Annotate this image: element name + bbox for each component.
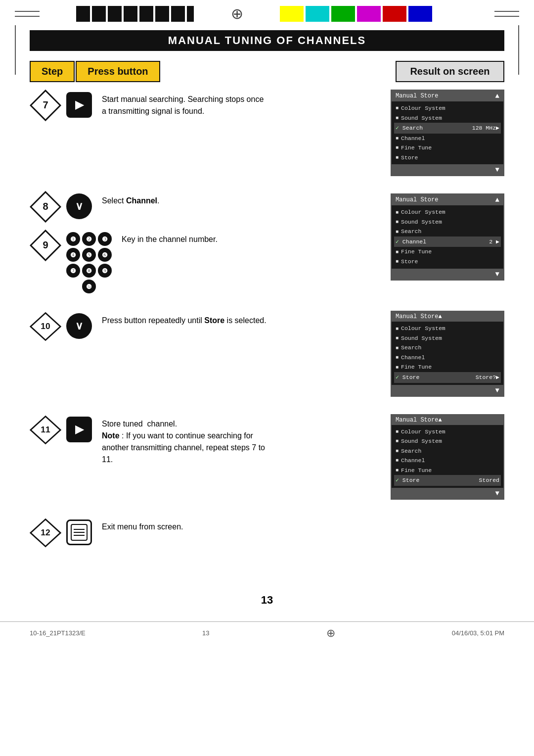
numpad-3[interactable]: ❸ — [98, 232, 112, 246]
step-11-number: 11 — [30, 414, 61, 446]
black-bar — [187, 6, 194, 22]
black-bar — [139, 6, 153, 22]
footer-left: 10-16_21PT1323/E — [30, 629, 86, 637]
screen-89-title: Manual Store — [396, 196, 438, 203]
step-89-screen: Manual Store ▲ ■ Colour System ■ Sound S… — [391, 193, 504, 280]
step-89-row: 8 ∨ Select Channel. 9 — [30, 191, 504, 293]
screen-89-item: ■ Sound System — [396, 217, 499, 227]
main-content: 7 ▶ Start manual searching. Searching st… — [30, 87, 504, 579]
footer-registration-mark: ⊕ — [326, 627, 335, 640]
blue-bar — [408, 6, 432, 22]
screen-10-footer: ▼ — [392, 385, 503, 396]
step-7-row: 7 ▶ Start manual searching. Searching st… — [30, 87, 504, 176]
step-11-button[interactable]: ▶ — [66, 417, 92, 442]
page-title-section: Manual Tuning of Channels — [30, 30, 504, 51]
screen-7-item: ■ Channel — [396, 134, 499, 143]
press-button-label: Press button — [76, 61, 160, 82]
step-7-description: Start manual searching. Searching stops … — [97, 90, 267, 117]
color-bars — [280, 6, 458, 22]
numpad-1[interactable]: ❶ — [66, 232, 80, 246]
numpad-0[interactable]: ❿ — [82, 280, 96, 293]
step-9-number: 9 — [30, 230, 61, 261]
step-8-description: Select Channel. — [97, 191, 267, 207]
step-label: Step — [30, 61, 75, 82]
svg-text:9: 9 — [43, 239, 48, 250]
step-11-description: Store tuned channel. Note : If you want … — [97, 414, 267, 466]
screen-7-item: ■ Colour System — [396, 103, 499, 113]
screen-89-selected-item: ✓ Channel 2 ▶ — [394, 236, 501, 247]
footer-right: 04/16/03, 5:01 PM — [452, 629, 504, 637]
screen-10-item: ■ Sound System — [396, 333, 499, 343]
screen-7-body: ■ Colour System ■ Sound System ✓ Search … — [392, 101, 503, 164]
step-10-number: 10 — [30, 311, 61, 342]
screen-10-item: ■ Fine Tune — [396, 362, 499, 372]
screen-10-selected-item: ✓ Store Store?▶ — [394, 372, 501, 383]
screen-89-header: Manual Store ▲ — [392, 194, 503, 205]
page-title-bar: Manual Tuning of Channels — [30, 30, 504, 51]
screen-10-header: Manual Store▲ — [392, 312, 503, 322]
black-bar — [108, 6, 122, 22]
numpad-7[interactable]: ❼ — [66, 264, 80, 278]
numpad-5[interactable]: ❺ — [82, 248, 96, 262]
screen-7-item: ■ Sound System — [396, 113, 499, 123]
numpad-8[interactable]: ❽ — [82, 264, 96, 278]
screen-11-title: Manual Store▲ — [396, 417, 442, 424]
screen-11-body: ■ Colour System ■ Sound System ■ Search … — [392, 425, 503, 488]
screen-11-item: ■ Fine Tune — [396, 466, 499, 475]
step-10-row: 10 ∨ Press button repeatedly until Store… — [30, 308, 504, 396]
screen-11-arrow-down: ▼ — [495, 489, 499, 497]
screen-10-item: ■ Channel — [396, 353, 499, 363]
step-11-screen: Manual Store▲ ■ Colour System ■ Sound Sy… — [391, 414, 504, 500]
footer: 10-16_21PT1323/E 13 ⊕ 04/16/03, 5:01 PM — [0, 621, 534, 645]
registration-mark: ⊕ — [231, 5, 243, 22]
screen-10-title: Manual Store▲ — [396, 313, 442, 320]
step-12-row: 12 Exit menu from screen. — [30, 515, 504, 579]
numpad-6[interactable]: ❻ — [98, 248, 112, 262]
screen-89-arrow-up: ▲ — [495, 196, 499, 204]
black-bar — [92, 6, 106, 22]
black-bar — [76, 6, 90, 22]
screen-11-footer: ▼ — [392, 488, 503, 499]
screen-89-item: ■ Store — [396, 257, 499, 267]
white-bar — [434, 6, 458, 22]
screen-7-item: ■ Store — [396, 153, 499, 163]
top-graphic-row: ⊕ — [0, 0, 534, 25]
screen-10-item: ■ Search — [396, 343, 499, 353]
step-8-button[interactable]: ∨ — [66, 193, 92, 219]
svg-text:7: 7 — [43, 99, 48, 110]
black-bar — [124, 6, 137, 22]
screen-11-item: ■ Colour System — [396, 427, 499, 437]
footer-center: 13 — [202, 629, 209, 637]
screen-10-body: ■ Colour System ■ Sound System ■ Search … — [392, 322, 503, 384]
result-on-screen-label: Result on screen — [396, 61, 504, 82]
numpad-4[interactable]: ❹ — [66, 248, 80, 262]
screen-11-item: ■ Search — [396, 446, 499, 456]
screen-11-header: Manual Store▲ — [392, 415, 503, 425]
screen-7-selected-item: ✓ Search 128 MHz▶ — [394, 123, 501, 134]
step-11-row: 11 ▶ Store tuned channel. Note : If you … — [30, 412, 504, 500]
screen-11-item: ■ Sound System — [396, 436, 499, 446]
right-vert-line — [518, 25, 519, 75]
black-bar — [155, 6, 169, 22]
screen-7-item: ■ Fine Tune — [396, 143, 499, 153]
step-12-button[interactable] — [66, 520, 92, 545]
step-10-description: Press button repeatedly until Store is s… — [97, 311, 267, 327]
step-10-left: 10 ∨ Press button repeatedly until Store… — [30, 308, 267, 342]
green-bar — [331, 6, 355, 22]
step-7-button[interactable]: ▶ — [66, 92, 92, 118]
step-9-subrow: 9 ❶ ❷ ❸ ❹ ❺ ❻ ❼ ❽ ❾ — [30, 230, 267, 293]
numpad-9[interactable]: ❾ — [98, 264, 112, 278]
screen-89-body: ■ Colour System ■ Sound System ■ Search … — [392, 205, 503, 268]
step-9-description: Key in the channel number. — [117, 230, 267, 245]
step-8-number: 8 — [30, 191, 61, 223]
svg-text:10: 10 — [41, 322, 50, 331]
step-11-left: 11 ▶ Store tuned channel. Note : If you … — [30, 412, 267, 466]
step-10-button[interactable]: ∨ — [66, 313, 92, 339]
screen-7-arrow-down: ▼ — [495, 166, 499, 174]
screen-11-selected-item: ✓ Store Stored — [394, 475, 501, 486]
svg-text:12: 12 — [41, 527, 50, 537]
numpad-2[interactable]: ❷ — [82, 232, 96, 246]
screen-89-item: ■ Search — [396, 227, 499, 236]
screen-7-footer: ▼ — [392, 164, 503, 175]
screen-7-title: Manual Store — [396, 93, 438, 99]
